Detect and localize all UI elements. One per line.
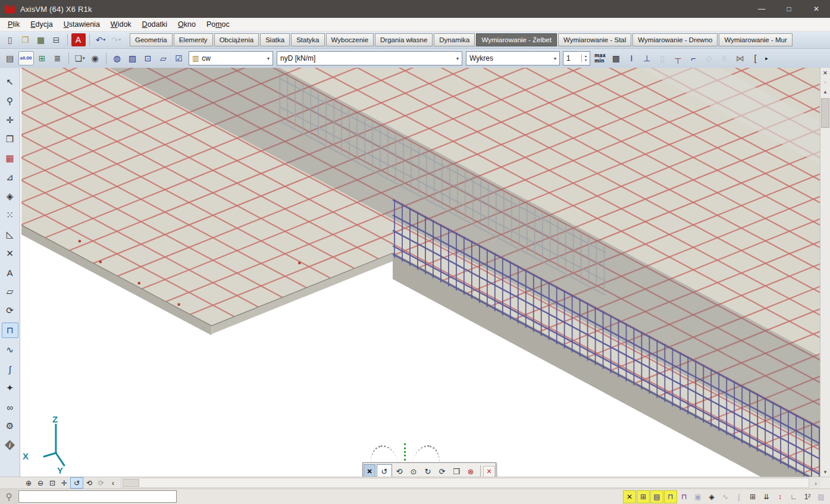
save-button[interactable]: ▦	[34, 33, 48, 46]
close-button[interactable]: ✕	[803, 0, 830, 18]
settings-tool[interactable]: ⚙	[2, 419, 18, 433]
zoom-fit-button[interactable]: ⊡	[46, 478, 58, 488]
maximize-button[interactable]: □	[775, 0, 803, 18]
horizontal-scroll-thumb[interactable]	[123, 479, 139, 487]
column-reinforcement-button[interactable]: ◍	[110, 52, 124, 65]
beam-view-toggle[interactable]: ⊓	[664, 490, 677, 503]
viewport-restore-button[interactable]: ▫	[820, 77, 830, 87]
horizontal-scrollbar[interactable]	[121, 478, 809, 488]
section-integral-tool[interactable]: ∫	[2, 362, 18, 376]
viewport-close-button[interactable]: ✕	[820, 68, 830, 77]
section-box-button[interactable]: [	[748, 52, 763, 65]
arrows-down-toggle[interactable]: ⇊	[760, 490, 773, 503]
tbeam-design-button[interactable]: ┬	[671, 52, 685, 65]
section-plane-tool[interactable]: ▱	[2, 284, 18, 299]
menu-okno[interactable]: Okno	[173, 19, 201, 30]
snap-grid-toggle[interactable]: ⊞	[637, 490, 650, 503]
menu-plik[interactable]: Plik	[2, 19, 25, 30]
column-cross-section-button[interactable]: ▱	[156, 52, 171, 65]
display-options-tool[interactable]: ∞	[2, 400, 18, 414]
render-options-button[interactable]: ❏▾	[73, 52, 87, 65]
find-tool[interactable]: ✦	[2, 381, 18, 395]
spinner-down-icon[interactable]: ▾	[585, 58, 587, 62]
cross-girder-button[interactable]: ⋈	[733, 52, 747, 65]
layers-button[interactable]: ▤	[3, 52, 17, 65]
surface-reinforcement-button[interactable]: ▨	[126, 52, 140, 65]
zoom-tool[interactable]: ⚲	[2, 94, 18, 108]
parts-tool[interactable]: ⁙	[2, 208, 18, 223]
isometric-view-button[interactable]: ❒	[449, 465, 463, 477]
color-coding-tool[interactable]: ▦	[2, 151, 18, 165]
tab-wymiarowanie-mur[interactable]: Wymiarowanie - Mur	[719, 33, 792, 46]
select-tool[interactable]: ↖	[2, 75, 18, 89]
section-line-tool[interactable]: ∿	[2, 343, 18, 357]
palette-drag-handle[interactable]: ✕	[364, 464, 375, 477]
display-mode-combo[interactable]: Wykres ▾	[466, 51, 560, 65]
menu-widok[interactable]: Widok	[105, 19, 137, 30]
transform-tool[interactable]: ⊿	[2, 170, 18, 184]
menu-pomoc[interactable]: Pomoc	[201, 19, 235, 30]
clip-tool[interactable]: ✕	[2, 246, 18, 261]
vertical-dimension-toggle[interactable]: ↕	[773, 490, 787, 503]
beam-display-tool[interactable]: ⊓	[2, 323, 18, 338]
reset-rotation-button[interactable]: ⊗	[463, 465, 478, 477]
open-file-button[interactable]: ❐	[18, 33, 33, 46]
beam-reinforcement-button[interactable]: ⊡	[141, 52, 155, 65]
minimize-button[interactable]: —	[748, 0, 775, 18]
export-pdf-button[interactable]: A	[71, 33, 86, 46]
menu-ustawienia[interactable]: Ustawienia	[58, 19, 105, 30]
scroll-down-arrow[interactable]: ▼	[820, 467, 830, 477]
views-tool[interactable]: ✛	[2, 113, 18, 127]
tab-wymiarowanie-zelbet[interactable]: Wymiarowanie - Żelbet	[476, 33, 557, 46]
guidelines-tool[interactable]: ◺	[2, 227, 18, 242]
rotate-y-button[interactable]: ⊙	[406, 465, 421, 477]
ibeam-design-button[interactable]: I	[625, 52, 639, 65]
report-maker-button[interactable]: ≣	[51, 52, 65, 65]
beam-bold-toggle[interactable]: ⊓	[678, 490, 691, 503]
animation-button[interactable]: ▩	[609, 52, 624, 65]
tab-siatka[interactable]: Siatka	[260, 33, 290, 46]
corner-reinforcement-button[interactable]: ⌐	[687, 52, 701, 65]
plane-select-toggle[interactable]: ◈	[705, 490, 718, 503]
new-file-button[interactable]: ▯	[3, 33, 17, 46]
zoom-out-button[interactable]: ⊖	[35, 478, 46, 488]
tab-obciazenia[interactable]: Obciążenia	[214, 33, 259, 46]
tables-button[interactable]: ⊞	[35, 52, 49, 65]
info-tool[interactable]: i	[2, 438, 18, 452]
spinner-up-icon[interactable]: ▴	[585, 54, 587, 58]
tab-geometria[interactable]: Geometria	[130, 33, 173, 46]
beam-support-button[interactable]: ⊥	[640, 52, 654, 65]
result-component-combo[interactable]: nyD [kN/m] ▾	[277, 51, 462, 65]
tab-elementy[interactable]: Elementy	[174, 33, 213, 46]
vertical-scroll-thumb[interactable]	[821, 98, 829, 128]
pan-button[interactable]: ✛	[58, 478, 70, 488]
render-mode-tool[interactable]: ❒	[2, 132, 18, 146]
tab-wymiarowanie-drewno[interactable]: Wymiarowanie - Drewno	[632, 33, 718, 46]
menu-dodatki[interactable]: Dodatki	[137, 19, 173, 30]
tab-wymiarowanie-stal[interactable]: Wymiarowanie - Stal	[558, 33, 631, 46]
snapshot-button[interactable]: ◉	[88, 52, 102, 65]
reinforcement-parameters-button[interactable]: ☑	[172, 52, 186, 65]
dimension-text-tool[interactable]: A	[2, 265, 18, 280]
menu-edycja[interactable]: Edycja	[25, 19, 58, 30]
viewport-3d[interactable]: XYZ ✕ ↺⟲⊙↻⟳❒⊗ ✕	[20, 68, 820, 477]
tab-statyka[interactable]: Statyka	[291, 33, 324, 46]
palette-close-button[interactable]: ✕	[483, 466, 495, 477]
component-combo[interactable]: ▥ cw ▾	[189, 51, 273, 65]
print-button[interactable]: ⊟	[49, 33, 64, 46]
numbering-toggle[interactable]: 1²	[801, 490, 814, 503]
scroll-right-arrow[interactable]: ›	[811, 480, 820, 487]
scroll-up-arrow[interactable]: ▲	[820, 87, 830, 96]
undo-view-button[interactable]: ⟲	[83, 478, 95, 488]
toolbar-overflow-arrow[interactable]: ▸	[764, 52, 770, 65]
workplanes-tool[interactable]: ◈	[2, 189, 18, 204]
collapse-toolbar-button[interactable]: ‹	[107, 478, 119, 488]
elevation-levels-button[interactable]: ±0.00	[18, 51, 34, 65]
search-input[interactable]	[18, 490, 177, 503]
minmax-envelope-icon[interactable]: max min	[591, 53, 609, 64]
snap-lines-toggle[interactable]: ▤	[650, 490, 663, 503]
section-count-spinner[interactable]: 1 ▴ ▾	[563, 51, 590, 65]
zoom-in-button[interactable]: ⊕	[23, 478, 35, 488]
undo-button[interactable]: ↶▾	[93, 33, 108, 46]
rotate-free-button[interactable]: ↺	[377, 464, 392, 477]
